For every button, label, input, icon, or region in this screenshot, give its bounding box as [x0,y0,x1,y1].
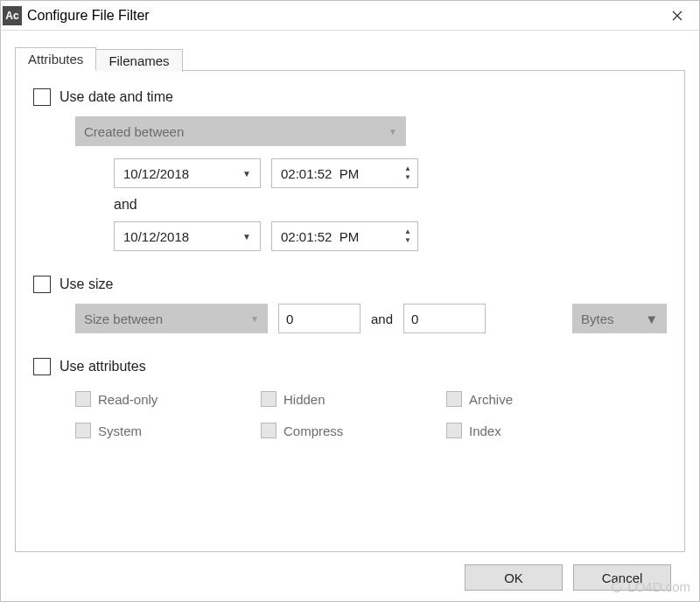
dialog-window: Ac Configure File Filter Attributes File… [0,0,700,602]
time-to-picker[interactable]: 02:01:52 PM ▲ ▼ [271,221,418,251]
attr-readonly[interactable]: Read-only [75,391,261,407]
attr-readonly-checkbox[interactable] [75,391,91,407]
attr-hidden-checkbox[interactable] [261,391,276,407]
attr-compress-label: Compress [284,424,343,438]
titlebar: Ac Configure File Filter [1,1,699,31]
attr-index-checkbox[interactable] [446,423,462,438]
tab-panel-attributes: Use date and time Created between ▼ 10/1… [15,70,685,552]
time-to-spinner[interactable]: ▲ ▼ [402,228,414,245]
ok-button[interactable]: OK [465,564,563,591]
arrow-down-icon: ▼ [402,173,414,182]
size-to-input[interactable]: 0 [403,304,486,333]
use-attributes-label: Use attributes [60,359,146,374]
size-to-value: 0 [411,312,418,326]
watermark-text: LO4D.com [627,579,690,594]
tab-attributes[interactable]: Attributes [15,47,96,71]
attr-archive[interactable]: Archive [446,391,632,407]
client-area: Attributes Filenames Use date and time C… [1,31,699,601]
chevron-down-icon: ▼ [388,127,397,136]
tab-filenames[interactable]: Filenames [96,49,182,72]
arrow-down-icon: ▼ [402,236,414,245]
date-mode-dropdown[interactable]: Created between ▼ [75,116,406,146]
size-unit-value: Bytes [581,312,614,326]
attr-archive-label: Archive [469,392,513,407]
tab-label: Filenames [108,53,169,68]
use-size-checkbox[interactable] [33,276,51,293]
date-mode-value: Created between [84,124,184,139]
size-and-label: and [371,312,393,326]
attr-index[interactable]: Index [446,423,632,438]
size-mode-dropdown[interactable]: Size between ▼ [75,304,268,333]
attr-system-label: System [98,424,142,438]
size-from-input[interactable]: 0 [278,304,360,333]
attr-system-checkbox[interactable] [75,423,91,438]
attr-index-label: Index [469,424,501,438]
date-from-picker[interactable]: 10/12/2018 ▼ [114,158,261,188]
attr-compress-checkbox[interactable] [261,423,276,438]
chevron-down-icon: ▼ [645,312,658,326]
attr-system[interactable]: System [75,423,261,438]
date-to-picker[interactable]: 10/12/2018 ▼ [114,221,261,251]
chevron-down-icon: ▼ [250,314,259,324]
use-attributes-checkbox[interactable] [33,358,51,375]
date-to-value: 10/12/2018 [123,229,189,244]
use-date-checkbox[interactable] [33,88,51,106]
button-bar: OK Cancel [15,552,685,601]
use-date-label: Use date and time [60,89,173,105]
watermark: LO4D.com [610,579,690,594]
date-from-value: 10/12/2018 [123,166,189,181]
attr-archive-checkbox[interactable] [446,391,462,407]
ok-button-label: OK [504,570,523,585]
window-title: Configure File Filter [27,8,659,24]
date-and-label: and [114,197,667,213]
attr-compress[interactable]: Compress [261,423,446,438]
time-from-value: 02:01:52 PM [281,166,402,181]
time-from-spinner[interactable]: ▲ ▼ [402,164,414,182]
arrow-up-icon: ▲ [402,228,414,236]
refresh-icon [610,580,624,594]
use-attributes-row: Use attributes [33,358,667,375]
time-from-picker[interactable]: 02:01:52 PM ▲ ▼ [271,158,418,188]
size-from-value: 0 [286,312,293,326]
attr-hidden[interactable]: Hidden [261,391,446,407]
use-size-row: Use size [33,276,667,293]
arrow-up-icon: ▲ [402,164,414,173]
attr-readonly-label: Read-only [98,392,158,407]
size-mode-value: Size between [84,312,163,326]
chevron-down-icon: ▼ [242,169,251,178]
chevron-down-icon: ▼ [242,232,251,242]
app-icon: Ac [3,6,22,25]
tab-label: Attributes [28,52,83,66]
use-date-row: Use date and time [33,88,667,106]
close-icon [672,10,682,21]
tabstrip: Attributes Filenames [15,45,685,71]
close-button[interactable] [659,3,696,29]
use-size-label: Use size [60,276,113,292]
size-unit-dropdown[interactable]: Bytes ▼ [572,304,667,333]
attr-hidden-label: Hidden [284,392,326,407]
time-to-value: 02:01:52 PM [281,229,402,244]
